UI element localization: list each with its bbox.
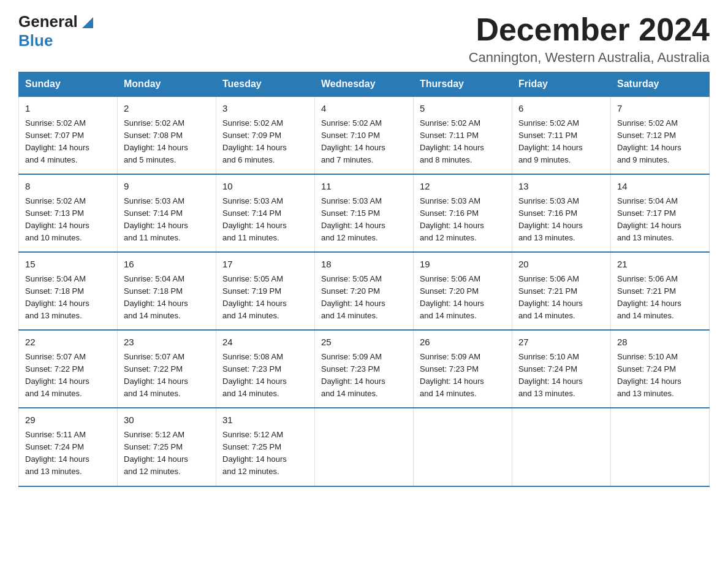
day-number: 10 [222, 180, 308, 194]
day-number: 12 [420, 180, 506, 194]
day-info: Sunrise: 5:04 AMSunset: 7:18 PMDaylight:… [25, 274, 89, 320]
calendar-day-cell: 17 Sunrise: 5:05 AMSunset: 7:19 PMDaylig… [216, 252, 315, 330]
day-info: Sunrise: 5:02 AMSunset: 7:12 PMDaylight:… [617, 118, 681, 164]
day-info: Sunrise: 5:12 AMSunset: 7:25 PMDaylight:… [124, 430, 188, 476]
day-info: Sunrise: 5:06 AMSunset: 7:21 PMDaylight:… [617, 274, 681, 320]
title-block: December 2024 Cannington, Western Austra… [469, 12, 710, 66]
calendar-week-5: 29 Sunrise: 5:11 AMSunset: 7:24 PMDaylig… [19, 408, 710, 486]
header-thursday: Thursday [414, 72, 512, 97]
day-number: 1 [25, 102, 111, 116]
day-number: 25 [321, 335, 407, 350]
day-number: 16 [124, 258, 210, 272]
header-sunday: Sunday [19, 72, 118, 97]
calendar-day-cell: 10 Sunrise: 5:03 AMSunset: 7:14 PMDaylig… [216, 174, 315, 252]
calendar-day-cell [611, 408, 710, 486]
day-info: Sunrise: 5:03 AMSunset: 7:16 PMDaylight:… [420, 196, 484, 242]
calendar-week-1: 1 Sunrise: 5:02 AMSunset: 7:07 PMDayligh… [19, 96, 710, 174]
day-number: 26 [420, 335, 506, 350]
day-number: 18 [321, 258, 407, 272]
day-info: Sunrise: 5:10 AMSunset: 7:24 PMDaylight:… [617, 352, 681, 398]
day-number: 23 [124, 335, 210, 350]
day-info: Sunrise: 5:10 AMSunset: 7:24 PMDaylight:… [518, 352, 583, 398]
day-info: Sunrise: 5:03 AMSunset: 7:14 PMDaylight:… [222, 196, 287, 242]
day-number: 14 [617, 180, 703, 194]
header-wednesday: Wednesday [315, 72, 414, 97]
day-info: Sunrise: 5:09 AMSunset: 7:23 PMDaylight:… [321, 352, 385, 398]
calendar-day-cell: 6 Sunrise: 5:02 AMSunset: 7:11 PMDayligh… [512, 96, 611, 174]
calendar-day-cell: 7 Sunrise: 5:02 AMSunset: 7:12 PMDayligh… [611, 96, 710, 174]
day-number: 19 [420, 258, 506, 272]
day-number: 3 [222, 102, 308, 116]
page-header: General Blue December 2024 Cannington, W… [18, 12, 710, 66]
calendar-week-3: 15 Sunrise: 5:04 AMSunset: 7:18 PMDaylig… [19, 252, 710, 330]
day-number: 13 [518, 180, 604, 194]
day-number: 6 [518, 102, 604, 116]
calendar-day-cell: 2 Sunrise: 5:02 AMSunset: 7:08 PMDayligh… [118, 96, 216, 174]
day-info: Sunrise: 5:08 AMSunset: 7:23 PMDaylight:… [222, 352, 287, 398]
day-info: Sunrise: 5:11 AMSunset: 7:24 PMDaylight:… [25, 430, 89, 476]
calendar-day-cell [414, 408, 512, 486]
day-info: Sunrise: 5:02 AMSunset: 7:13 PMDaylight:… [25, 196, 89, 242]
calendar-day-cell: 26 Sunrise: 5:09 AMSunset: 7:23 PMDaylig… [414, 330, 512, 408]
calendar-day-cell: 3 Sunrise: 5:02 AMSunset: 7:09 PMDayligh… [216, 96, 315, 174]
day-number: 30 [124, 413, 210, 427]
day-info: Sunrise: 5:05 AMSunset: 7:19 PMDaylight:… [222, 274, 287, 320]
day-number: 21 [617, 258, 703, 272]
calendar-day-cell: 5 Sunrise: 5:02 AMSunset: 7:11 PMDayligh… [414, 96, 512, 174]
calendar-day-cell: 8 Sunrise: 5:02 AMSunset: 7:13 PMDayligh… [19, 174, 118, 252]
calendar-day-cell: 30 Sunrise: 5:12 AMSunset: 7:25 PMDaylig… [118, 408, 216, 486]
day-info: Sunrise: 5:02 AMSunset: 7:08 PMDaylight:… [124, 118, 188, 164]
location-title: Cannington, Western Australia, Australia [469, 50, 710, 66]
day-number: 11 [321, 180, 407, 194]
day-number: 9 [124, 180, 210, 194]
calendar-day-cell [512, 408, 611, 486]
logo-triangle-icon [80, 15, 96, 31]
day-number: 2 [124, 102, 210, 116]
day-number: 28 [617, 335, 703, 350]
day-info: Sunrise: 5:03 AMSunset: 7:15 PMDaylight:… [321, 196, 385, 242]
day-info: Sunrise: 5:07 AMSunset: 7:22 PMDaylight:… [25, 352, 89, 398]
calendar-week-2: 8 Sunrise: 5:02 AMSunset: 7:13 PMDayligh… [19, 174, 710, 252]
day-info: Sunrise: 5:04 AMSunset: 7:18 PMDaylight:… [124, 274, 188, 320]
day-info: Sunrise: 5:05 AMSunset: 7:20 PMDaylight:… [321, 274, 385, 320]
header-saturday: Saturday [611, 72, 710, 97]
weekday-header-row: Sunday Monday Tuesday Wednesday Thursday… [19, 72, 710, 97]
day-number: 20 [518, 258, 604, 272]
day-number: 22 [25, 335, 111, 350]
logo-general-text: General [18, 12, 78, 31]
day-info: Sunrise: 5:06 AMSunset: 7:21 PMDaylight:… [518, 274, 583, 320]
calendar-day-cell: 28 Sunrise: 5:10 AMSunset: 7:24 PMDaylig… [611, 330, 710, 408]
day-number: 17 [222, 258, 308, 272]
day-info: Sunrise: 5:02 AMSunset: 7:09 PMDaylight:… [222, 118, 287, 164]
day-number: 7 [617, 102, 703, 116]
calendar-day-cell: 19 Sunrise: 5:06 AMSunset: 7:20 PMDaylig… [414, 252, 512, 330]
day-number: 29 [25, 413, 111, 427]
calendar-day-cell: 14 Sunrise: 5:04 AMSunset: 7:17 PMDaylig… [611, 174, 710, 252]
svg-marker-0 [82, 17, 93, 28]
calendar-day-cell: 24 Sunrise: 5:08 AMSunset: 7:23 PMDaylig… [216, 330, 315, 408]
day-number: 31 [222, 413, 308, 427]
header-tuesday: Tuesday [216, 72, 315, 97]
calendar-day-cell: 13 Sunrise: 5:03 AMSunset: 7:16 PMDaylig… [512, 174, 611, 252]
calendar-day-cell: 16 Sunrise: 5:04 AMSunset: 7:18 PMDaylig… [118, 252, 216, 330]
calendar-day-cell: 18 Sunrise: 5:05 AMSunset: 7:20 PMDaylig… [315, 252, 414, 330]
day-info: Sunrise: 5:02 AMSunset: 7:11 PMDaylight:… [518, 118, 583, 164]
calendar-day-cell: 31 Sunrise: 5:12 AMSunset: 7:25 PMDaylig… [216, 408, 315, 486]
day-number: 5 [420, 102, 506, 116]
month-title: December 2024 [469, 12, 710, 47]
calendar-day-cell: 4 Sunrise: 5:02 AMSunset: 7:10 PMDayligh… [315, 96, 414, 174]
day-number: 15 [25, 258, 111, 272]
day-info: Sunrise: 5:03 AMSunset: 7:16 PMDaylight:… [518, 196, 583, 242]
calendar-table: Sunday Monday Tuesday Wednesday Thursday… [18, 72, 710, 486]
day-number: 8 [25, 180, 111, 194]
day-info: Sunrise: 5:04 AMSunset: 7:17 PMDaylight:… [617, 196, 681, 242]
day-info: Sunrise: 5:06 AMSunset: 7:20 PMDaylight:… [420, 274, 484, 320]
day-info: Sunrise: 5:02 AMSunset: 7:07 PMDaylight:… [25, 118, 89, 164]
calendar-day-cell: 9 Sunrise: 5:03 AMSunset: 7:14 PMDayligh… [118, 174, 216, 252]
calendar-day-cell: 11 Sunrise: 5:03 AMSunset: 7:15 PMDaylig… [315, 174, 414, 252]
day-info: Sunrise: 5:02 AMSunset: 7:10 PMDaylight:… [321, 118, 385, 164]
calendar-week-4: 22 Sunrise: 5:07 AMSunset: 7:22 PMDaylig… [19, 330, 710, 408]
calendar-day-cell: 12 Sunrise: 5:03 AMSunset: 7:16 PMDaylig… [414, 174, 512, 252]
day-number: 24 [222, 335, 308, 350]
day-number: 4 [321, 102, 407, 116]
